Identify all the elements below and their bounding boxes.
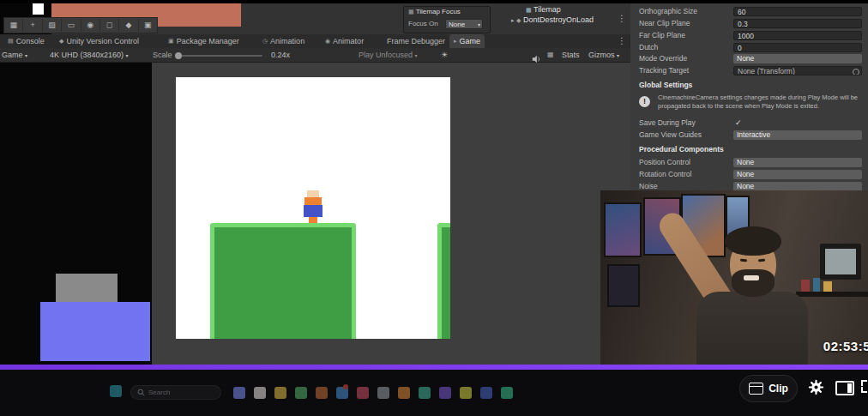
shelf-figure: [801, 280, 810, 292]
game-view-guides-dropdown[interactable]: Interactive: [733, 130, 862, 140]
taskbar-icon-row: [233, 387, 513, 399]
position-control-label: Position Control: [639, 157, 690, 168]
stats-toggle[interactable]: Stats: [562, 48, 580, 62]
hierarchy-item-tilemap[interactable]: ▦ Tilemap: [526, 5, 561, 14]
stream-timestamp: 02:53:5: [823, 339, 868, 353]
brightness-icon[interactable]: ☀: [441, 48, 448, 62]
brush-tool-icon[interactable]: ▨: [43, 19, 62, 32]
game-viewport: [0, 63, 630, 365]
play-focus-dropdown[interactable]: Play Unfocused ▾: [359, 48, 418, 62]
tab-game[interactable]: ▸ Game: [449, 34, 485, 48]
player-character: [304, 190, 322, 223]
taskbar-app-icon[interactable]: [377, 387, 389, 399]
taskbar-app-icon[interactable]: [110, 385, 122, 397]
tab-unity-version-control[interactable]: ◆ Unity Version Control: [55, 34, 143, 48]
taskbar-app-icon[interactable]: [357, 387, 369, 399]
chevron-down-icon: ▾: [478, 20, 480, 30]
play-focus-label: Play Unfocused: [359, 51, 413, 59]
version-control-icon: ◆: [59, 34, 63, 48]
save-during-play-checkbox[interactable]: ✓: [735, 118, 742, 129]
move-tool-icon[interactable]: +: [23, 19, 42, 32]
focus-on-label: Focus On: [408, 20, 438, 27]
dutch-field[interactable]: 0: [733, 43, 862, 52]
rotate-tool-icon[interactable]: ▣: [139, 19, 157, 32]
taskbar-app-icon[interactable]: [254, 387, 266, 399]
theatre-icon: [847, 383, 852, 393]
character-feet: [309, 217, 317, 223]
foldout-arrow-icon[interactable]: ▸: [511, 17, 515, 23]
taskbar-notification-dot: [343, 384, 348, 389]
theatre-mode-button[interactable]: [835, 381, 854, 395]
clip-button[interactable]: Clip: [739, 375, 798, 402]
inspector-row: Game View Guides Interactive: [630, 130, 868, 141]
kebab-menu-icon[interactable]: ⋮: [618, 14, 626, 23]
console-icon: ▤: [8, 34, 14, 48]
taskbar-app-icon[interactable]: [480, 387, 492, 399]
orthographic-size-label: Orthographic Size: [639, 6, 697, 17]
stats-grid-icon[interactable]: ▦: [547, 48, 554, 62]
taskbar-app-icon[interactable]: [398, 387, 410, 399]
taskbar-app-icon[interactable]: [233, 387, 245, 399]
resolution-dropdown[interactable]: 4K UHD (3840x2160) ▾: [50, 48, 129, 62]
taskbar-search[interactable]: Search: [130, 385, 221, 400]
display-dropdown[interactable]: Game ▾: [2, 48, 27, 62]
inspector-row: Save During Play ✓: [630, 118, 868, 129]
scale-slider-track[interactable]: [175, 55, 262, 57]
fill-tool-icon[interactable]: ◆: [119, 19, 138, 32]
near-clip-label: Near Clip Plane: [639, 18, 690, 29]
mode-override-dropdown[interactable]: None: [733, 54, 862, 63]
tab-label: Game: [460, 34, 481, 48]
rotation-control-dropdown[interactable]: None: [733, 170, 862, 179]
scale-label: Scale: [153, 48, 172, 62]
hierarchy-item-label: DontDestroyOnLoad: [523, 15, 594, 24]
hierarchy-item-dontdestroyonload[interactable]: ▸ ◆ DontDestroyOnLoad: [511, 15, 594, 24]
taskbar-app-icon[interactable]: [439, 387, 451, 399]
gizmos-dropdown[interactable]: Gizmos ▾: [588, 48, 619, 62]
taskbar-app-icon[interactable]: [274, 387, 286, 399]
tab-console[interactable]: ▤ Console: [3, 34, 49, 48]
tab-animator[interactable]: ◉ Animator: [321, 34, 368, 48]
taskbar-app-icon[interactable]: [501, 387, 513, 399]
game-view-icon: ▸: [454, 34, 457, 48]
far-clip-field[interactable]: 1000: [733, 31, 862, 40]
near-clip-field[interactable]: 0.3: [733, 19, 862, 28]
tab-animation[interactable]: ◷ Animation: [258, 34, 309, 48]
character-torso: [304, 205, 322, 217]
tile-palette-toolbar: ▦ + ▨ ▭ ◉ ◻ ◆ ▣: [3, 17, 158, 33]
focus-on-dropdown[interactable]: None ▾: [445, 19, 483, 29]
search-icon: [137, 389, 145, 396]
position-control-dropdown[interactable]: None: [733, 158, 862, 167]
clip-icon: [749, 383, 763, 395]
select-tool-icon[interactable]: ▦: [4, 19, 23, 32]
tab-label: Animation: [270, 34, 304, 48]
taskbar-app-icon[interactable]: [316, 387, 328, 399]
warning-text: CinemachineCamera settings changes made …: [658, 93, 860, 110]
resolution-dropdown-label: 4K UHD (3840x2160): [50, 51, 124, 59]
taskbar-app-icon[interactable]: [460, 387, 472, 399]
taskbar-app-icon[interactable]: [295, 387, 307, 399]
save-during-play-label: Save During Play: [639, 118, 696, 129]
settings-button[interactable]: [808, 379, 825, 396]
fullscreen-button[interactable]: [861, 380, 868, 393]
tab-label: Unity Version Control: [66, 34, 139, 48]
animator-icon: ◉: [325, 34, 330, 48]
streamer-smile: [744, 275, 759, 280]
shelf-figure: [813, 278, 820, 292]
game-view-guides-label: Game View Guides: [639, 130, 702, 141]
package-icon: ▣: [168, 34, 174, 48]
scale-slider-handle[interactable]: [175, 52, 182, 59]
tab-bar-kebab-icon[interactable]: ⋮: [618, 36, 626, 45]
tab-label: Package Manager: [177, 34, 239, 48]
tab-frame-debugger[interactable]: Frame Debugger: [383, 34, 449, 48]
desktop-taskbar: Search: [0, 380, 738, 407]
box-fill-tool-icon[interactable]: ▭: [62, 19, 81, 32]
eraser-tool-icon[interactable]: ◻: [100, 19, 119, 32]
tab-package-manager[interactable]: ▣ Package Manager: [164, 34, 244, 48]
tab-label: Frame Debugger: [387, 34, 445, 48]
object-picker-icon[interactable]: [853, 69, 859, 75]
tracking-target-field[interactable]: None (Transform): [733, 66, 862, 75]
tab-label: Console: [16, 34, 45, 48]
taskbar-app-icon[interactable]: [419, 387, 431, 399]
picker-tool-icon[interactable]: ◉: [81, 19, 100, 32]
orthographic-size-field[interactable]: 60: [733, 7, 862, 16]
